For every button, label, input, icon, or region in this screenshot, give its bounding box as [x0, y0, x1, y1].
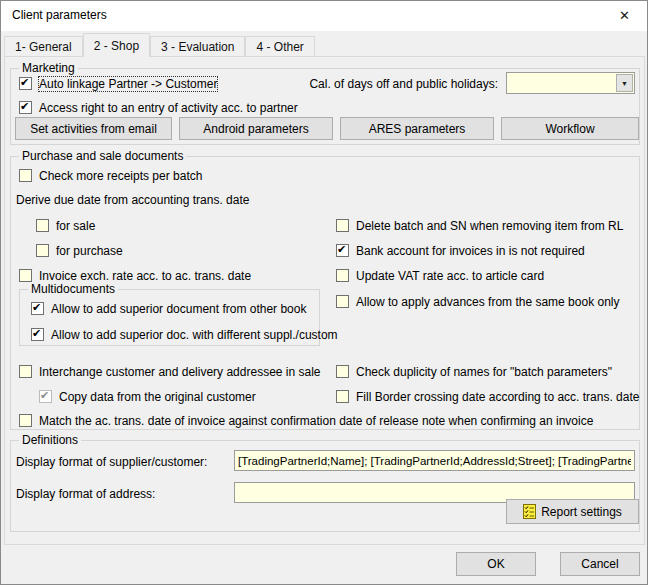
- checkbox-label: Update VAT rate acc. to article card: [356, 269, 544, 283]
- checkbox-update-vat-rate[interactable]: Update VAT rate acc. to article card: [336, 268, 544, 283]
- client-parameters-dialog: Client parameters ✕ 1- General 2 - Shop …: [0, 0, 648, 585]
- set-activities-from-email-button[interactable]: Set activities from email: [15, 117, 172, 140]
- checkbox-box[interactable]: [19, 101, 32, 114]
- checkbox-superior-other-book[interactable]: Allow to add superior document from othe…: [31, 301, 306, 316]
- report-settings-button[interactable]: Report settings: [506, 499, 639, 524]
- dropdown-button[interactable]: ▼: [616, 74, 633, 92]
- checkbox-check-duplicity[interactable]: Check duplicity of names for "batch para…: [336, 364, 612, 379]
- checkbox-label: Allow to add superior document from othe…: [51, 302, 306, 316]
- checkbox-box[interactable]: [36, 244, 49, 257]
- checkbox-superior-diff-suppl[interactable]: Allow to add superior doc. with differen…: [31, 327, 338, 342]
- definitions-legend: Definitions: [19, 433, 81, 447]
- checkbox-match-ac-trans[interactable]: Match the ac. trans. date of invoice aga…: [19, 413, 593, 428]
- supplier-format-label: Display format of supplier/customer:: [16, 455, 207, 469]
- checkbox-label: Allow to apply advances from the same bo…: [356, 295, 619, 309]
- close-icon: ✕: [619, 8, 630, 23]
- checkbox-box[interactable]: [336, 269, 349, 282]
- checkbox-copy-data-original: Copy data from the original customer: [39, 389, 256, 404]
- checkbox-interchange-customer[interactable]: Interchange customer and delivery addres…: [19, 364, 321, 379]
- supplier-format-input[interactable]: [234, 450, 635, 471]
- checkbox-box: [39, 390, 52, 403]
- checkbox-box[interactable]: [36, 219, 49, 232]
- report-settings-icon: [523, 504, 536, 519]
- checkbox-for-purchase[interactable]: for purchase: [36, 243, 123, 258]
- titlebar: Client parameters ✕: [1, 1, 647, 31]
- checkbox-label: Auto linkage Partner -> Customer: [39, 77, 217, 91]
- checkbox-label: for purchase: [56, 244, 123, 258]
- checkbox-allow-advances-same-book[interactable]: Allow to apply advances from the same bo…: [336, 294, 619, 309]
- checkbox-label: Delete batch and SN when removing item f…: [356, 219, 623, 233]
- android-parameters-button[interactable]: Android parameters: [179, 117, 333, 140]
- checkbox-label: Check more receipts per batch: [39, 169, 202, 183]
- workflow-button[interactable]: Workflow: [501, 117, 639, 140]
- multidocuments-legend: Multidocuments: [28, 282, 118, 296]
- checkbox-label: Check duplicity of names for "batch para…: [356, 365, 612, 379]
- checkbox-label: Copy data from the original customer: [59, 390, 256, 404]
- checkbox-label: Allow to add superior doc. with differen…: [51, 328, 338, 342]
- checkbox-label: Bank account for invoices in is not requ…: [356, 244, 585, 258]
- report-settings-label: Report settings: [541, 505, 622, 519]
- checkbox-box[interactable]: [31, 302, 44, 315]
- checkbox-label: Match the ac. trans. date of invoice aga…: [39, 414, 593, 428]
- checkbox-box[interactable]: [336, 295, 349, 308]
- cancel-button[interactable]: Cancel: [560, 552, 640, 576]
- checkbox-box[interactable]: [336, 390, 349, 403]
- checkbox-invoice-exch-rate[interactable]: Invoice exch. rate acc. to ac. trans. da…: [19, 268, 251, 283]
- checkbox-label: Invoice exch. rate acc. to ac. trans. da…: [39, 269, 251, 283]
- checkbox-access-right[interactable]: Access right to an entry of activity acc…: [19, 100, 298, 115]
- window-title: Client parameters: [12, 8, 107, 22]
- checkbox-label: Interchange customer and delivery addres…: [39, 365, 321, 379]
- checkbox-box[interactable]: [19, 77, 32, 90]
- checkbox-fill-border-crossing[interactable]: Fill Border crossing date according to a…: [336, 389, 639, 404]
- checkbox-box[interactable]: [336, 219, 349, 232]
- checkbox-box[interactable]: [336, 365, 349, 378]
- calendar-days-off-combobox[interactable]: ▼: [506, 72, 635, 94]
- chevron-down-icon: ▼: [621, 80, 628, 87]
- purchase-sale-legend: Purchase and sale documents: [19, 149, 186, 163]
- checkbox-check-more-receipts[interactable]: Check more receipts per batch: [19, 168, 202, 183]
- ok-button[interactable]: OK: [456, 552, 536, 576]
- checkbox-box[interactable]: [31, 328, 44, 341]
- checkbox-bank-account-not-required[interactable]: Bank account for invoices in is not requ…: [336, 243, 585, 258]
- checkbox-for-sale[interactable]: for sale: [36, 218, 95, 233]
- checkbox-delete-batch-sn[interactable]: Delete batch and SN when removing item f…: [336, 218, 623, 233]
- checkbox-label: Fill Border crossing date according to a…: [356, 390, 639, 404]
- tab-general[interactable]: 1- General: [4, 36, 83, 56]
- tab-other[interactable]: 4 - Other: [245, 36, 314, 56]
- checkbox-auto-linkage[interactable]: Auto linkage Partner -> Customer: [19, 76, 217, 91]
- tab-evaluation[interactable]: 3 - Evaluation: [150, 36, 245, 56]
- calendar-days-off-label: Cal. of days off and public holidays:: [251, 77, 498, 91]
- checkbox-label: Access right to an entry of activity acc…: [39, 101, 298, 115]
- checkbox-box[interactable]: [19, 414, 32, 427]
- derive-due-date-label: Derive due date from accounting trans. d…: [16, 193, 249, 207]
- checkbox-box[interactable]: [19, 269, 32, 282]
- tab-shop[interactable]: 2 - Shop: [83, 33, 150, 57]
- checkbox-label: for sale: [56, 219, 95, 233]
- checkbox-box[interactable]: [336, 244, 349, 257]
- tab-strip: 1- General 2 - Shop 3 - Evaluation 4 - O…: [4, 33, 315, 57]
- checkbox-box[interactable]: [19, 169, 32, 182]
- checkbox-box[interactable]: [19, 365, 32, 378]
- close-button[interactable]: ✕: [602, 1, 647, 30]
- address-format-label: Display format of address:: [16, 487, 155, 501]
- marketing-legend: Marketing: [19, 61, 78, 75]
- ares-parameters-button[interactable]: ARES parameters: [340, 117, 494, 140]
